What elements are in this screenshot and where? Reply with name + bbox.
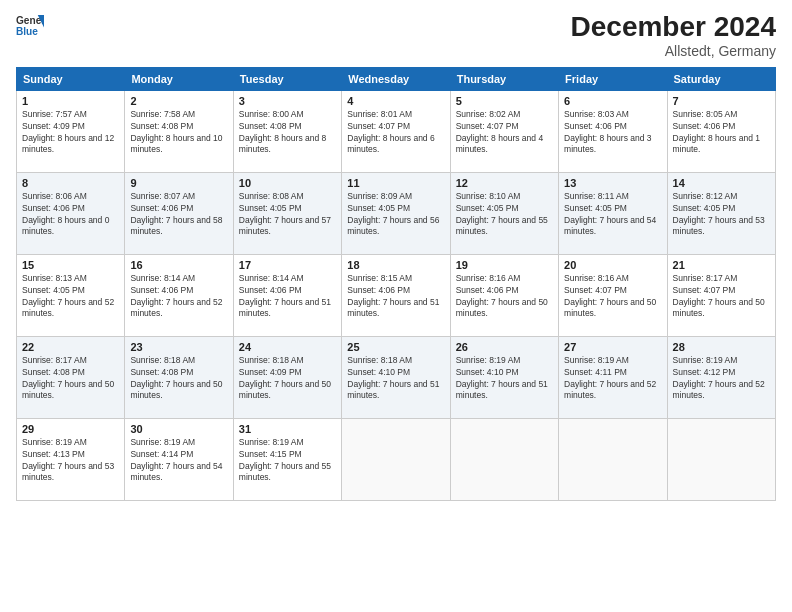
- day-info: Sunrise: 7:57 AM Sunset: 4:09 PM Dayligh…: [22, 109, 119, 157]
- table-row: 20 Sunrise: 8:16 AM Sunset: 4:07 PM Dayl…: [559, 254, 667, 336]
- svg-text:Blue: Blue: [16, 26, 38, 37]
- day-info: Sunrise: 8:19 AM Sunset: 4:10 PM Dayligh…: [456, 355, 553, 403]
- day-info: Sunrise: 8:14 AM Sunset: 4:06 PM Dayligh…: [239, 273, 336, 321]
- day-number: 1: [22, 95, 119, 107]
- day-info: Sunrise: 8:11 AM Sunset: 4:05 PM Dayligh…: [564, 191, 661, 239]
- day-info: Sunrise: 8:19 AM Sunset: 4:14 PM Dayligh…: [130, 437, 227, 485]
- day-info: Sunrise: 8:17 AM Sunset: 4:07 PM Dayligh…: [673, 273, 770, 321]
- day-info: Sunrise: 8:05 AM Sunset: 4:06 PM Dayligh…: [673, 109, 770, 157]
- day-info: Sunrise: 8:02 AM Sunset: 4:07 PM Dayligh…: [456, 109, 553, 157]
- day-info: Sunrise: 8:14 AM Sunset: 4:06 PM Dayligh…: [130, 273, 227, 321]
- table-row: 19 Sunrise: 8:16 AM Sunset: 4:06 PM Dayl…: [450, 254, 558, 336]
- table-row: 16 Sunrise: 8:14 AM Sunset: 4:06 PM Dayl…: [125, 254, 233, 336]
- table-row: 31 Sunrise: 8:19 AM Sunset: 4:15 PM Dayl…: [233, 418, 341, 500]
- table-row: [450, 418, 558, 500]
- day-number: 25: [347, 341, 444, 353]
- day-info: Sunrise: 8:17 AM Sunset: 4:08 PM Dayligh…: [22, 355, 119, 403]
- table-row: 27 Sunrise: 8:19 AM Sunset: 4:11 PM Dayl…: [559, 336, 667, 418]
- day-info: Sunrise: 8:10 AM Sunset: 4:05 PM Dayligh…: [456, 191, 553, 239]
- day-info: Sunrise: 8:12 AM Sunset: 4:05 PM Dayligh…: [673, 191, 770, 239]
- title-area: December 2024 Allstedt, Germany: [571, 12, 776, 59]
- day-number: 6: [564, 95, 661, 107]
- calendar-row-4: 29 Sunrise: 8:19 AM Sunset: 4:13 PM Dayl…: [17, 418, 776, 500]
- table-row: 4 Sunrise: 8:01 AM Sunset: 4:07 PM Dayli…: [342, 90, 450, 172]
- table-row: 25 Sunrise: 8:18 AM Sunset: 4:10 PM Dayl…: [342, 336, 450, 418]
- day-info: Sunrise: 8:16 AM Sunset: 4:06 PM Dayligh…: [456, 273, 553, 321]
- day-info: Sunrise: 8:09 AM Sunset: 4:05 PM Dayligh…: [347, 191, 444, 239]
- day-number: 29: [22, 423, 119, 435]
- day-info: Sunrise: 8:18 AM Sunset: 4:10 PM Dayligh…: [347, 355, 444, 403]
- day-number: 18: [347, 259, 444, 271]
- day-info: Sunrise: 8:08 AM Sunset: 4:05 PM Dayligh…: [239, 191, 336, 239]
- table-row: 26 Sunrise: 8:19 AM Sunset: 4:10 PM Dayl…: [450, 336, 558, 418]
- day-number: 27: [564, 341, 661, 353]
- day-number: 22: [22, 341, 119, 353]
- day-number: 12: [456, 177, 553, 189]
- logo: General Blue: [16, 12, 44, 40]
- table-row: 24 Sunrise: 8:18 AM Sunset: 4:09 PM Dayl…: [233, 336, 341, 418]
- day-number: 21: [673, 259, 770, 271]
- day-info: Sunrise: 8:03 AM Sunset: 4:06 PM Dayligh…: [564, 109, 661, 157]
- col-friday: Friday: [559, 67, 667, 90]
- table-row: 3 Sunrise: 8:00 AM Sunset: 4:08 PM Dayli…: [233, 90, 341, 172]
- day-number: 26: [456, 341, 553, 353]
- day-number: 8: [22, 177, 119, 189]
- day-info: Sunrise: 8:16 AM Sunset: 4:07 PM Dayligh…: [564, 273, 661, 321]
- table-row: [559, 418, 667, 500]
- month-title: December 2024: [571, 12, 776, 43]
- day-number: 15: [22, 259, 119, 271]
- day-number: 10: [239, 177, 336, 189]
- table-row: 9 Sunrise: 8:07 AM Sunset: 4:06 PM Dayli…: [125, 172, 233, 254]
- table-row: 18 Sunrise: 8:15 AM Sunset: 4:06 PM Dayl…: [342, 254, 450, 336]
- day-info: Sunrise: 8:07 AM Sunset: 4:06 PM Dayligh…: [130, 191, 227, 239]
- calendar-row-2: 15 Sunrise: 8:13 AM Sunset: 4:05 PM Dayl…: [17, 254, 776, 336]
- day-info: Sunrise: 8:13 AM Sunset: 4:05 PM Dayligh…: [22, 273, 119, 321]
- day-info: Sunrise: 8:19 AM Sunset: 4:13 PM Dayligh…: [22, 437, 119, 485]
- day-number: 28: [673, 341, 770, 353]
- day-number: 24: [239, 341, 336, 353]
- table-row: 29 Sunrise: 8:19 AM Sunset: 4:13 PM Dayl…: [17, 418, 125, 500]
- day-number: 13: [564, 177, 661, 189]
- day-number: 11: [347, 177, 444, 189]
- day-number: 30: [130, 423, 227, 435]
- table-row: 21 Sunrise: 8:17 AM Sunset: 4:07 PM Dayl…: [667, 254, 775, 336]
- table-row: 8 Sunrise: 8:06 AM Sunset: 4:06 PM Dayli…: [17, 172, 125, 254]
- day-number: 23: [130, 341, 227, 353]
- table-row: 14 Sunrise: 8:12 AM Sunset: 4:05 PM Dayl…: [667, 172, 775, 254]
- col-wednesday: Wednesday: [342, 67, 450, 90]
- day-number: 14: [673, 177, 770, 189]
- day-info: Sunrise: 8:19 AM Sunset: 4:15 PM Dayligh…: [239, 437, 336, 485]
- day-number: 16: [130, 259, 227, 271]
- table-row: 22 Sunrise: 8:17 AM Sunset: 4:08 PM Dayl…: [17, 336, 125, 418]
- day-number: 31: [239, 423, 336, 435]
- table-row: 6 Sunrise: 8:03 AM Sunset: 4:06 PM Dayli…: [559, 90, 667, 172]
- calendar: Sunday Monday Tuesday Wednesday Thursday…: [16, 67, 776, 501]
- table-row: 17 Sunrise: 8:14 AM Sunset: 4:06 PM Dayl…: [233, 254, 341, 336]
- table-row: 10 Sunrise: 8:08 AM Sunset: 4:05 PM Dayl…: [233, 172, 341, 254]
- day-info: Sunrise: 8:19 AM Sunset: 4:12 PM Dayligh…: [673, 355, 770, 403]
- day-number: 17: [239, 259, 336, 271]
- col-saturday: Saturday: [667, 67, 775, 90]
- day-number: 3: [239, 95, 336, 107]
- table-row: 2 Sunrise: 7:58 AM Sunset: 4:08 PM Dayli…: [125, 90, 233, 172]
- col-thursday: Thursday: [450, 67, 558, 90]
- table-row: 23 Sunrise: 8:18 AM Sunset: 4:08 PM Dayl…: [125, 336, 233, 418]
- day-number: 5: [456, 95, 553, 107]
- header: General Blue December 2024 Allstedt, Ger…: [16, 12, 776, 59]
- day-info: Sunrise: 8:18 AM Sunset: 4:08 PM Dayligh…: [130, 355, 227, 403]
- day-number: 2: [130, 95, 227, 107]
- day-info: Sunrise: 8:18 AM Sunset: 4:09 PM Dayligh…: [239, 355, 336, 403]
- day-number: 9: [130, 177, 227, 189]
- page: General Blue December 2024 Allstedt, Ger…: [0, 0, 792, 612]
- day-info: Sunrise: 8:15 AM Sunset: 4:06 PM Dayligh…: [347, 273, 444, 321]
- table-row: 13 Sunrise: 8:11 AM Sunset: 4:05 PM Dayl…: [559, 172, 667, 254]
- table-row: 28 Sunrise: 8:19 AM Sunset: 4:12 PM Dayl…: [667, 336, 775, 418]
- table-row: 30 Sunrise: 8:19 AM Sunset: 4:14 PM Dayl…: [125, 418, 233, 500]
- location: Allstedt, Germany: [571, 43, 776, 59]
- day-info: Sunrise: 8:01 AM Sunset: 4:07 PM Dayligh…: [347, 109, 444, 157]
- table-row: 15 Sunrise: 8:13 AM Sunset: 4:05 PM Dayl…: [17, 254, 125, 336]
- calendar-row-1: 8 Sunrise: 8:06 AM Sunset: 4:06 PM Dayli…: [17, 172, 776, 254]
- col-tuesday: Tuesday: [233, 67, 341, 90]
- table-row: 1 Sunrise: 7:57 AM Sunset: 4:09 PM Dayli…: [17, 90, 125, 172]
- logo-icon: General Blue: [16, 12, 44, 40]
